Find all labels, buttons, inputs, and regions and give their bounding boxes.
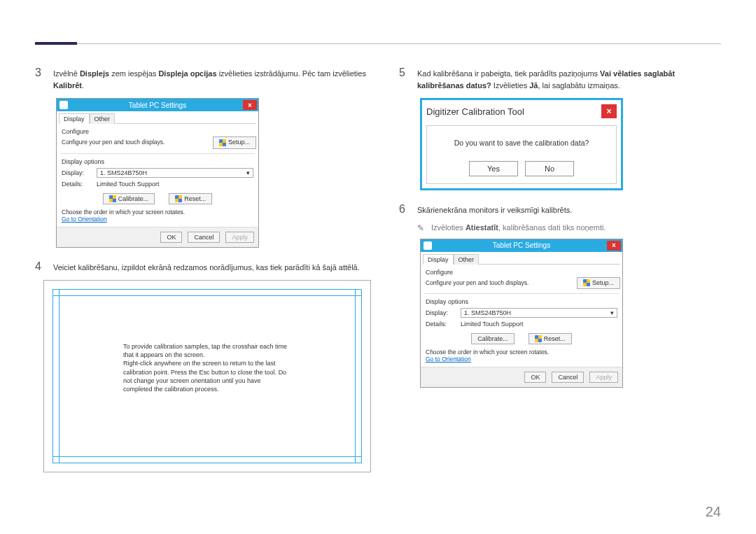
digitizer-question: Do you want to save the calibration data… — [433, 139, 610, 147]
step-number: 4 — [35, 260, 45, 274]
dialog-title: Tablet PC Settings — [129, 101, 186, 109]
t: Izvēloties — [431, 223, 465, 232]
step-number: 5 — [399, 66, 409, 91]
configure-row: Configure your pen and touch displays. S… — [62, 136, 256, 149]
step-4: 4 Veiciet kalibrēšanu, izpildot ekrānā r… — [35, 260, 371, 274]
close-icon[interactable]: × — [607, 241, 621, 251]
t: Calibrate... — [477, 335, 508, 342]
no-button[interactable]: No — [525, 161, 574, 176]
calibrate-button[interactable]: Calibrate... — [103, 193, 155, 204]
dialog-footer: OK Cancel Apply — [57, 227, 258, 247]
t: . — [82, 81, 84, 90]
dialog-body: Display Other Configure Configure your p… — [57, 111, 258, 223]
ok-button[interactable]: OK — [160, 232, 182, 243]
t: Setup... — [592, 279, 614, 288]
configure-text: Configure your pen and touch displays. — [426, 279, 528, 287]
t: Displeja opcijas — [158, 69, 216, 78]
close-icon[interactable]: × — [601, 104, 617, 118]
digitizer-body: Do you want to save the calibration data… — [426, 125, 617, 184]
calibration-border: To provide calibration samples, tap the … — [52, 289, 362, 463]
t: Displejs — [80, 69, 109, 78]
tab-display[interactable]: Display — [423, 254, 454, 265]
details-label: Details: — [426, 321, 461, 328]
dialog-titlebar: Tablet PC Settings × — [421, 239, 622, 252]
separator — [60, 153, 255, 154]
t: Calibrate... — [118, 195, 149, 202]
calibrate-button[interactable]: Calibrate... — [471, 333, 514, 344]
grid-line — [355, 290, 356, 463]
step-5: 5 Kad kalibrēšana ir pabeigta, tiek parā… — [399, 66, 721, 91]
display-options-label: Display options — [426, 298, 620, 305]
page-content: 3 Izvēlnē Displejs zem iespējas Displeja… — [35, 66, 721, 472]
step-text: Skārienekrāna monitors ir veiksmīgi kali… — [417, 203, 572, 216]
details-value: Limited Touch Support — [97, 181, 159, 188]
shield-icon — [109, 195, 116, 202]
details-value: Limited Touch Support — [461, 321, 523, 328]
t: , kalibrēšanas dati tiks noņemti. — [498, 223, 606, 232]
close-icon[interactable]: × — [243, 100, 257, 110]
yes-button[interactable]: Yes — [469, 161, 518, 176]
details-row: Details: Limited Touch Support — [426, 321, 617, 328]
tabs: Display Other — [423, 253, 620, 265]
setup-button[interactable]: Setup... — [213, 136, 256, 149]
tablet-pc-settings-dialog: Tablet PC Settings × Display Other Confi… — [56, 98, 259, 248]
orientation-link[interactable]: Go to Orientation — [426, 356, 617, 363]
configure-label: Configure — [62, 128, 256, 135]
t: Kalibrēt — [53, 81, 82, 90]
step-number: 3 — [35, 66, 45, 91]
chevron-down-icon: ▾ — [246, 169, 250, 176]
left-column: 3 Izvēlnē Displejs zem iespējas Displeja… — [35, 66, 371, 472]
dialog-footer: OK Cancel Apply — [421, 367, 622, 387]
tab-other[interactable]: Other — [90, 113, 115, 124]
dialog-body: Display Other Configure Configure your p… — [421, 252, 622, 363]
step-text: Izvēlnē Displejs zem iespējas Displeja o… — [53, 66, 371, 91]
t: izvēlieties izstrādājumu. Pēc tam izvēli… — [217, 69, 366, 78]
display-label: Display: — [426, 309, 461, 316]
orientation-link[interactable]: Go to Orientation — [62, 216, 253, 223]
calibration-screen: To provide calibration samples, tap the … — [43, 280, 371, 472]
grid-line — [59, 290, 59, 463]
grid-line — [53, 295, 361, 296]
shield-icon — [535, 335, 542, 342]
configure-label: Configure — [426, 269, 620, 276]
grid-line — [53, 456, 361, 457]
dialog-titlebar: Tablet PC Settings × — [57, 99, 258, 111]
note: ✎ Izvēloties Atiestatīt, kalibrēšanas da… — [417, 223, 721, 233]
shield-icon — [583, 279, 590, 286]
t: Kad kalibrēšana ir pabeigta, tiek parādī… — [417, 69, 600, 78]
step-text: Kad kalibrēšana ir pabeigta, tiek parādī… — [417, 66, 721, 91]
setup-button[interactable]: Setup... — [577, 277, 620, 290]
tablet-pc-settings-dialog-2: Tablet PC Settings × Display Other Confi… — [420, 239, 623, 388]
t: Atiestatīt — [465, 223, 498, 232]
t: Reset... — [184, 195, 206, 202]
configure-text: Configure your pen and touch displays. — [62, 139, 164, 146]
right-column: 5 Kad kalibrēšana ir pabeigta, tiek parā… — [399, 66, 721, 472]
apply-button: Apply — [589, 372, 618, 383]
display-select[interactable]: 1. SMS24B750H▾ — [97, 168, 253, 178]
t: Setup... — [228, 139, 250, 147]
reset-button[interactable]: Reset... — [528, 333, 572, 344]
configure-row: Configure your pen and touch displays. S… — [426, 277, 620, 290]
display-select[interactable]: 1. SMS24B750H▾ — [461, 308, 617, 318]
t: 1. SMS24B750H — [464, 309, 511, 316]
step-6: 6 Skārienekrāna monitors ir veiksmīgi ka… — [399, 203, 721, 216]
cancel-button[interactable]: Cancel — [552, 372, 584, 383]
reset-button[interactable]: Reset... — [169, 193, 212, 204]
display-row: Display: 1. SMS24B750H▾ — [62, 168, 253, 178]
t: Jā — [529, 81, 538, 90]
details-label: Details: — [62, 181, 97, 188]
note-text: Izvēloties Atiestatīt, kalibrēšanas dati… — [431, 223, 606, 233]
digitizer-dialog: Digitizer Calibration Tool × Do you want… — [420, 98, 623, 190]
shield-icon — [219, 139, 226, 146]
header-divider — [35, 43, 721, 44]
tablet-icon — [424, 241, 432, 250]
cancel-button[interactable]: Cancel — [188, 232, 220, 243]
tab-display[interactable]: Display — [59, 113, 90, 124]
tablet-icon — [59, 101, 68, 109]
digitizer-buttons: Yes No — [433, 161, 610, 176]
step-text: Veiciet kalibrēšanu, izpildot ekrānā red… — [53, 260, 360, 274]
calibrate-reset-row: Calibrate... Reset... — [423, 333, 620, 344]
dialog-title: Tablet PC Settings — [493, 241, 550, 249]
ok-button[interactable]: OK — [524, 372, 546, 383]
tab-other[interactable]: Other — [454, 254, 479, 265]
